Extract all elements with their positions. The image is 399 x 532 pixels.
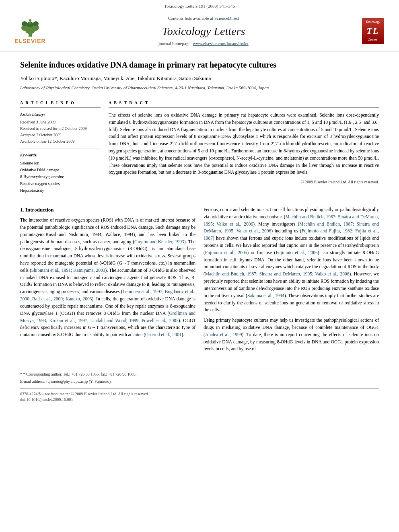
journal-title-center: Contents lists available at ScienceDirec… xyxy=(56,15,351,47)
svg-point-6 xyxy=(33,21,39,26)
article-meta-section: A R T I C L E I N F O Article history: R… xyxy=(20,100,379,194)
article-info-col: A R T I C L E I N F O Article history: R… xyxy=(20,100,101,194)
divider xyxy=(20,148,101,148)
article-title: Selenite induces oxidative DNA damage in… xyxy=(20,60,379,70)
article-authors: Yohko Fujimoto*, Kazuhiro Morinaga, Mune… xyxy=(20,75,379,82)
tl-logo-top-text: Toxicology xyxy=(366,20,380,24)
svg-point-7 xyxy=(29,19,31,22)
keywords-list: Selenite ion Oxidative DNA damage 8-Hydr… xyxy=(20,160,101,194)
sciencedirect-link[interactable]: ScienceDirect xyxy=(214,16,239,21)
keyword-4: Reactive oxygen species xyxy=(20,180,101,187)
footer-section: * * Corresponding author. Tel.: +81 726 … xyxy=(20,368,379,403)
keywords-label: Keywords: xyxy=(20,152,101,158)
email-note: E-mail address: fujimoto@phy.alups.ac.jp… xyxy=(20,379,379,384)
abstract-header: A B S T R A C T xyxy=(109,100,379,108)
corresponding-author-note: * * Corresponding author. Tel.: +81 726 … xyxy=(20,372,379,377)
intro-paragraph-1: The interaction of reactive oxygen speci… xyxy=(20,217,195,339)
svg-point-5 xyxy=(22,21,27,26)
abstract-col: A B S T R A C T The effects of selenite … xyxy=(109,100,379,194)
tl-logo-bottom-text: Letters xyxy=(368,37,378,42)
keyword-3: 8-Hydroxydeoxyguanosine xyxy=(20,173,101,180)
tl-logo-letters: TL xyxy=(367,25,379,37)
intro-paragraph-3: Using primary hepatocyte cultures may he… xyxy=(204,317,379,353)
journal-homepage: journal homepage: www.elsevier.com/locat… xyxy=(56,41,351,47)
article-accepted: Accepted 2 October 2009 xyxy=(20,132,101,138)
keyword-2: Oxidative DNA damage xyxy=(20,166,101,173)
elsevier-logo: ELSEVIER xyxy=(12,17,48,45)
intro-paragraph-2: Ferrous, cupric and selenite ions act on… xyxy=(204,206,379,314)
star-symbol: * xyxy=(20,372,22,376)
body-right-col: Ferrous, cupric and selenite ions act on… xyxy=(204,206,379,356)
tl-logo-box: Toxicology TL Letters xyxy=(362,18,384,44)
footer-bar: 0378-4274/$ – see front matter © 2009 El… xyxy=(20,388,379,403)
svg-rect-8 xyxy=(29,22,31,24)
journal-header: ELSEVIER Contents lists available at Sci… xyxy=(0,11,399,51)
journal-citation-bar: Toxicology Letters 191 (2009) 341–346 xyxy=(0,0,399,11)
article-history-label: Article history: xyxy=(20,112,101,117)
body-section: 1. Introduction The interaction of react… xyxy=(20,202,379,356)
journal-citation: Toxicology Letters 191 (2009) 341–346 xyxy=(164,4,235,8)
copyright-line: © 2009 Elsevier Ireland Ltd. All rights … xyxy=(109,179,379,185)
keyword-1: Selenite ion xyxy=(20,160,101,166)
tl-logo: Toxicology TL Letters xyxy=(359,18,387,44)
article-revised: Received in revised form 2 October 2009 xyxy=(20,125,101,132)
contents-note: Contents lists available at ScienceDirec… xyxy=(56,15,351,21)
homepage-url[interactable]: www.elsevier.com/locate/toxlet xyxy=(193,41,249,46)
body-left-col: 1. Introduction The interaction of react… xyxy=(20,206,195,356)
journal-title: Toxicology Letters xyxy=(56,23,351,39)
article-received: Received 3 June 2009 xyxy=(20,119,101,125)
article-info-header: A R T I C L E I N F O xyxy=(20,100,101,108)
article-affiliation: Laboratory of Physiological Chemistry, O… xyxy=(20,85,379,91)
article-title-section: Selenite induces oxidative DNA damage in… xyxy=(20,51,379,95)
intro-section-title: 1. Introduction xyxy=(20,206,195,214)
abstract-text: The effects of selenite ions on oxidativ… xyxy=(109,112,379,176)
main-content: Selenite induces oxidative DNA damage in… xyxy=(0,51,399,403)
keyword-5: Hepatotoxicity xyxy=(20,187,101,194)
article-available: Available online 12 October 2009 xyxy=(20,138,101,145)
elsevier-wordmark: ELSEVIER xyxy=(14,37,45,45)
elsevier-tree-icon xyxy=(14,17,46,37)
issn-doi: 0378-4274/$ – see front matter © 2009 El… xyxy=(20,391,149,403)
